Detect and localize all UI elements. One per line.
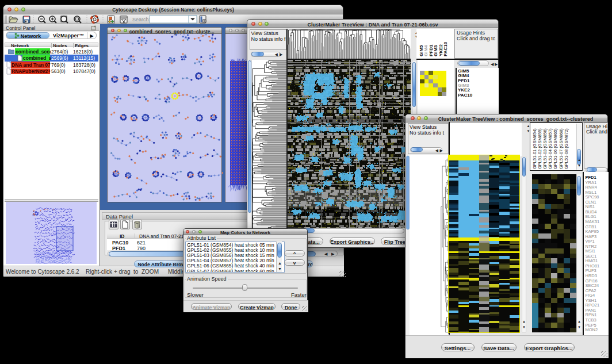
svg-text:Search:: Search: bbox=[132, 17, 150, 22]
